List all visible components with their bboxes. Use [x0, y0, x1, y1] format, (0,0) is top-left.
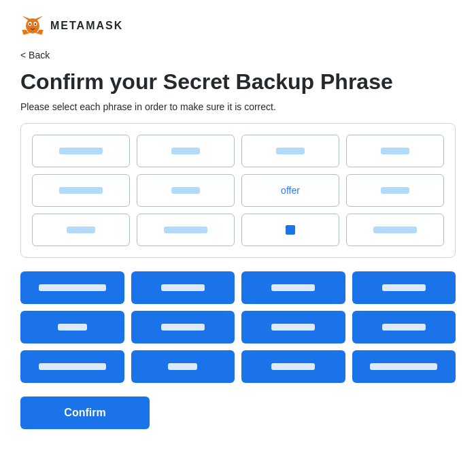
phrase-slot-3 [241, 135, 339, 167]
page-subtitle: Please select each phrase in order to ma… [20, 101, 456, 112]
word-blur-2 [171, 148, 201, 154]
word-blur-3 [276, 148, 305, 154]
word-option-blur-12 [370, 363, 437, 370]
word-option-blur-11 [271, 363, 315, 370]
word-option-9[interactable] [20, 350, 124, 383]
phrase-word-7: offer [281, 185, 300, 196]
page-title: Confirm your Secret Backup Phrase [20, 69, 456, 95]
svg-point-8 [26, 18, 39, 33]
phrase-slot-6 [137, 174, 235, 207]
word-option-blur-4 [382, 284, 426, 291]
options-grid [20, 271, 456, 383]
word-option-blur-5 [58, 324, 87, 331]
word-option-blur-7 [271, 324, 315, 331]
word-option-12[interactable] [352, 350, 456, 383]
word-option-2[interactable] [131, 271, 235, 304]
svg-point-11 [29, 23, 31, 24]
phrase-slot-5 [32, 174, 130, 207]
phrase-slot-2 [137, 135, 235, 167]
word-option-blur-10 [168, 363, 197, 370]
word-blur-4 [381, 148, 410, 154]
word-blur-5 [59, 187, 103, 194]
word-option-blur-1 [39, 284, 106, 291]
svg-point-12 [35, 23, 36, 24]
word-option-1[interactable] [20, 271, 124, 304]
word-option-7[interactable] [241, 311, 345, 343]
confirm-button[interactable]: Confirm [20, 397, 150, 429]
word-option-8[interactable] [352, 311, 456, 343]
word-option-6[interactable] [131, 311, 235, 343]
word-options-section [20, 271, 456, 383]
word-blur-6 [171, 187, 201, 194]
phrase-slot-8 [346, 174, 444, 207]
word-option-blur-8 [382, 324, 426, 331]
word-option-blur-9 [39, 363, 106, 370]
word-option-5[interactable] [20, 311, 124, 343]
back-button[interactable]: < Back [20, 50, 50, 61]
word-blur-12 [373, 226, 417, 233]
phrase-slot-1 [32, 135, 130, 167]
phrase-slot-7: offer [241, 174, 339, 207]
metamask-logo-icon [20, 14, 45, 38]
word-option-blur-2 [161, 284, 205, 291]
word-option-blur-3 [271, 284, 315, 291]
phrase-slot-12 [346, 214, 444, 246]
app-logo-text: METAMASK [50, 20, 123, 32]
word-blur-9 [67, 226, 96, 233]
phrase-confirmation-box: offer [20, 123, 456, 258]
phrase-slot-11 [241, 214, 339, 246]
phrase-slot-9 [32, 214, 130, 246]
word-option-4[interactable] [352, 271, 456, 304]
app-header: METAMASK [20, 14, 456, 38]
word-blur-8 [381, 187, 410, 194]
phrase-square-11 [286, 225, 295, 235]
phrase-slot-4 [346, 135, 444, 167]
word-option-11[interactable] [241, 350, 345, 383]
phrase-grid: offer [32, 135, 444, 246]
word-option-blur-6 [161, 324, 205, 331]
word-option-3[interactable] [241, 271, 345, 304]
phrase-slot-10 [137, 214, 235, 246]
word-option-10[interactable] [131, 350, 235, 383]
word-blur-10 [164, 226, 207, 233]
word-blur-1 [59, 148, 103, 154]
